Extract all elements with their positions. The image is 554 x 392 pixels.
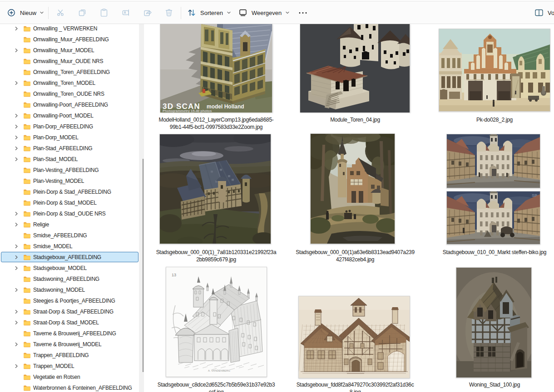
svg-text:Photogrammetry 15-40 photos: Photogrammetry 15-40 photos (163, 109, 212, 113)
svg-text:SP: SP (532, 193, 537, 198)
svg-text:model Holland: model Holland (207, 103, 244, 110)
svg-text:A. VANDENBERG: A. VANDENBERG (208, 369, 230, 372)
svg-text:13: 13 (172, 273, 176, 277)
